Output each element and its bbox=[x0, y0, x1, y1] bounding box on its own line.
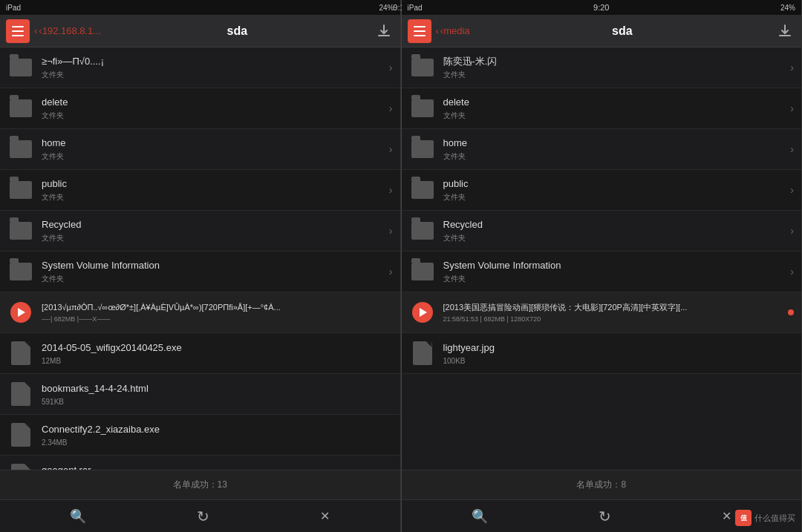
hamburger-line-1 bbox=[414, 26, 426, 27]
file-name: delete bbox=[42, 96, 385, 109]
left-panel: iPad 9:19 24% ‹ ‹192.168.8.1... sda bbox=[0, 0, 401, 532]
file-meta: 文件夹 bbox=[42, 233, 385, 243]
file-info: ≥¬fi»—Π√0....¡ 文件夹 bbox=[42, 55, 385, 80]
file-name: Recycled bbox=[443, 218, 786, 231]
chevron-icon: › bbox=[790, 266, 794, 278]
list-item[interactable]: public 文件夹 › bbox=[402, 170, 802, 211]
left-refresh-button[interactable]: ↻ bbox=[197, 508, 209, 525]
file-info: 2014-05-05_wifigx20140425.exe 12MB bbox=[42, 341, 393, 364]
left-close-button[interactable]: ✕ bbox=[320, 509, 330, 523]
folder-icon bbox=[409, 54, 436, 81]
file-info: 陈奕迅-米.闪 文件夹 bbox=[443, 55, 786, 80]
hamburger-icon bbox=[12, 26, 24, 36]
right-refresh-button[interactable]: ↻ bbox=[599, 508, 611, 525]
chevron-icon: › bbox=[790, 184, 794, 196]
folder-icon bbox=[7, 217, 34, 244]
list-item[interactable]: 2014-05-05_wifigx20140425.exe 12MB bbox=[0, 333, 400, 374]
left-back-button[interactable]: ‹ ‹192.168.8.1... bbox=[34, 25, 101, 36]
list-item[interactable]: Recycled 文件夹 › bbox=[0, 211, 400, 252]
file-name: public bbox=[443, 177, 786, 191]
list-item[interactable]: ≥¬fi»—Π√0....¡ 文件夹 › bbox=[0, 47, 400, 88]
right-search-button[interactable]: 🔍 bbox=[472, 508, 488, 525]
file-info: lightyear.jpg 100KB bbox=[443, 341, 795, 364]
file-info: Connectify2.2_xiazaiba.exe 2.34MB bbox=[42, 423, 393, 446]
chevron-icon: › bbox=[389, 184, 393, 196]
right-file-list: 陈奕迅-米.闪 文件夹 › delete 文件夹 › home 文件夹 › pu… bbox=[402, 47, 802, 470]
folder-icon bbox=[409, 258, 436, 285]
file-name: 2014-05-05_wifigx20140425.exe bbox=[42, 341, 393, 355]
folder-icon bbox=[7, 54, 34, 81]
list-item[interactable]: bookmarks_14-4-24.html 591KB bbox=[0, 374, 400, 415]
file-info: System Volume Information 文件夹 bbox=[443, 259, 786, 284]
left-nav-bar: ‹ ‹192.168.8.1... sda bbox=[0, 15, 400, 47]
right-close-button[interactable]: ✕ bbox=[722, 509, 731, 523]
list-item[interactable]: Connectify2.2_xiazaiba.exe 2.34MB bbox=[0, 415, 400, 456]
file-name: home bbox=[42, 137, 385, 150]
chevron-icon: › bbox=[389, 62, 393, 73]
file-name: delete bbox=[443, 96, 786, 109]
left-battery: 24% bbox=[379, 4, 394, 12]
chevron-icon: › bbox=[389, 143, 393, 155]
left-download-button[interactable] bbox=[374, 21, 394, 42]
chevron-icon: › bbox=[389, 266, 393, 278]
watermark: 值 什么值得买 bbox=[735, 510, 795, 526]
right-menu-button[interactable] bbox=[408, 19, 431, 43]
file-meta: 文件夹 bbox=[42, 151, 385, 162]
file-name: goagent.rar bbox=[42, 464, 393, 470]
folder-icon bbox=[409, 217, 436, 244]
file-meta: 100KB bbox=[443, 357, 795, 365]
list-item[interactable]: [2013√µπ∂ÒΠ..√∞œ∂Ø*±][,À¥ÀµÈ]VÛµÀ*∞)[720… bbox=[0, 292, 400, 333]
list-item[interactable]: System Volume Information 文件夹 › bbox=[0, 252, 400, 292]
left-back-label: ‹192.168.8.1... bbox=[39, 25, 101, 36]
file-info: Recycled 文件夹 bbox=[443, 218, 786, 243]
folder-icon bbox=[7, 95, 34, 122]
hamburger-line-1 bbox=[12, 26, 24, 27]
file-info: System Volume Information 文件夹 bbox=[42, 259, 385, 284]
list-item[interactable]: public 文件夹 › bbox=[0, 170, 400, 211]
file-meta: 文件夹 bbox=[443, 192, 786, 203]
folder-icon bbox=[7, 258, 34, 285]
file-meta: 2.34MB bbox=[42, 439, 393, 447]
playing-indicator bbox=[788, 309, 794, 315]
list-item[interactable]: Recycled 文件夹 › bbox=[402, 211, 802, 252]
folder-icon bbox=[7, 136, 34, 162]
right-status-left: iPad bbox=[408, 4, 423, 12]
right-status-right: 24% bbox=[780, 4, 795, 12]
file-doc-icon bbox=[7, 340, 34, 367]
file-meta: 文件夹 bbox=[42, 192, 385, 203]
list-item[interactable]: 陈奕迅-米.闪 文件夹 › bbox=[402, 47, 802, 88]
file-meta: 文件夹 bbox=[42, 111, 385, 121]
list-item[interactable]: lightyear.jpg 100KB bbox=[402, 333, 802, 374]
file-name: ≥¬fi»—Π√0....¡ bbox=[42, 55, 385, 68]
list-item[interactable]: home 文件夹 › bbox=[402, 129, 802, 170]
file-meta: 文件夹 bbox=[42, 274, 385, 284]
video-icon bbox=[7, 299, 34, 326]
left-menu-button[interactable] bbox=[6, 19, 30, 43]
file-info: public 文件夹 bbox=[443, 177, 786, 203]
file-name: Recycled bbox=[42, 218, 385, 231]
folder-icon bbox=[409, 95, 436, 122]
file-name: System Volume Information bbox=[443, 259, 786, 272]
list-item[interactable]: delete 文件夹 › bbox=[402, 88, 802, 129]
left-bottom-bar: 名单成功：13 bbox=[0, 470, 400, 499]
right-status-bar: iPad 9:20 24% bbox=[402, 0, 802, 15]
list-item[interactable]: System Volume Information 文件夹 › bbox=[402, 252, 802, 292]
file-name: Connectify2.2_xiazaiba.exe bbox=[42, 423, 393, 436]
left-search-button[interactable]: 🔍 bbox=[70, 508, 86, 525]
file-meta: 12MB bbox=[42, 357, 393, 365]
watermark-logo: 值 bbox=[735, 510, 752, 526]
list-item[interactable]: delete 文件夹 › bbox=[0, 88, 400, 129]
list-item[interactable]: goagent.rar 3.96MB bbox=[0, 456, 400, 470]
hamburger-line-3 bbox=[414, 35, 426, 36]
file-meta: 文件夹 bbox=[42, 70, 385, 80]
list-item[interactable]: [2013美国恶搞冒险动画][猥琐传说：大电影][720P高清][中英双字][.… bbox=[402, 292, 802, 333]
chevron-icon: › bbox=[389, 102, 393, 114]
file-name: [2013√µπ∂ÒΠ..√∞œ∂Ø*±][,À¥ÀµÈ]VÛµÀ*∞)[720… bbox=[42, 302, 393, 313]
right-back-button[interactable]: ‹ ‹media bbox=[436, 25, 470, 36]
right-nav-bar: ‹ ‹media sda bbox=[402, 15, 802, 47]
right-download-button[interactable] bbox=[775, 21, 795, 42]
list-item[interactable]: home 文件夹 › bbox=[0, 129, 400, 170]
left-file-list: ≥¬fi»—Π√0....¡ 文件夹 › delete 文件夹 › home 文… bbox=[0, 47, 400, 470]
left-back-chevron: ‹ bbox=[34, 25, 37, 36]
right-status-text: 名单成功：8 bbox=[576, 479, 626, 491]
